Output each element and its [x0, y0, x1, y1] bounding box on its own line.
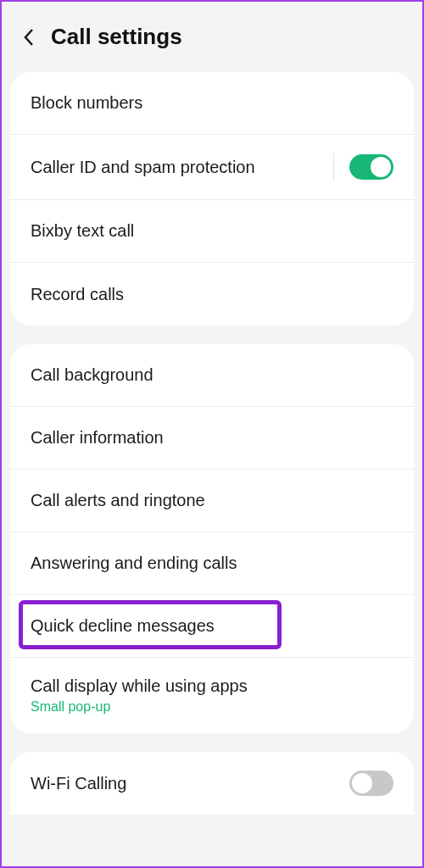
page-title: Call settings — [51, 24, 182, 50]
row-call-background[interactable]: Call background — [10, 344, 414, 407]
row-text: Call display while using apps Small pop-… — [31, 676, 248, 715]
row-answering-ending[interactable]: Answering and ending calls — [10, 532, 414, 595]
toggle-wrap — [326, 153, 393, 181]
row-label: Answering and ending calls — [31, 554, 237, 573]
settings-group-2: Call background Caller information Call … — [10, 344, 414, 733]
row-label: Call display while using apps — [31, 676, 248, 696]
toggle-divider — [333, 153, 334, 181]
row-label: Caller information — [31, 428, 164, 448]
back-icon[interactable] — [19, 27, 39, 47]
row-label: Call alerts and ringtone — [31, 491, 205, 510]
settings-group-1: Block numbers Caller ID and spam protect… — [10, 72, 414, 326]
row-label: Call background — [31, 365, 153, 385]
row-sub: Small pop-up — [31, 699, 248, 715]
row-block-numbers[interactable]: Block numbers — [10, 72, 414, 135]
row-label: Block numbers — [31, 93, 142, 113]
row-label: Wi-Fi Calling — [31, 774, 126, 793]
row-caller-information[interactable]: Caller information — [10, 407, 414, 470]
toggle-wrap — [349, 771, 393, 796]
row-quick-decline-messages[interactable]: Quick decline messages — [10, 595, 414, 658]
row-wifi-calling[interactable]: Wi-Fi Calling — [10, 752, 414, 815]
settings-group-3: Wi-Fi Calling — [10, 752, 414, 815]
wifi-calling-toggle[interactable] — [349, 771, 393, 796]
row-record-calls[interactable]: Record calls — [10, 263, 414, 326]
row-label: Bixby text call — [31, 221, 134, 241]
row-caller-id-spam[interactable]: Caller ID and spam protection — [10, 135, 414, 200]
row-bixby-text-call[interactable]: Bixby text call — [10, 200, 414, 263]
row-call-display-apps[interactable]: Call display while using apps Small pop-… — [10, 658, 414, 733]
row-label: Record calls — [31, 285, 124, 304]
header: Call settings — [2, 2, 422, 65]
caller-id-toggle[interactable] — [349, 154, 393, 180]
row-label: Caller ID and spam protection — [31, 158, 255, 177]
row-label: Quick decline messages — [31, 616, 215, 636]
row-call-alerts-ringtone[interactable]: Call alerts and ringtone — [10, 470, 414, 532]
